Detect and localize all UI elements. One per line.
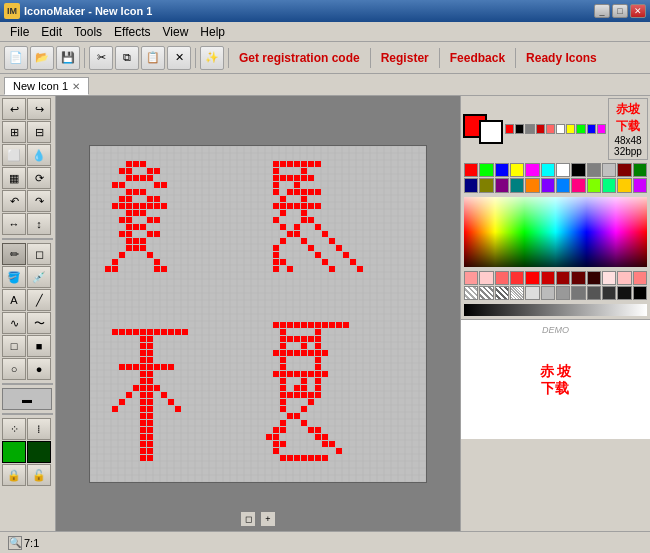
eyedrop-tool[interactable]: 💉 [27,266,51,288]
p-5[interactable] [541,163,555,177]
spline-tool[interactable]: 〜 [27,312,51,334]
zoom-out-button[interactable]: 🔍 [8,536,22,550]
curve-tool[interactable]: ∿ [2,312,26,334]
rotate2-button[interactable]: ↷ [27,190,51,212]
bs-stripe-1[interactable] [479,286,493,300]
p-8[interactable] [587,163,601,177]
p-9[interactable] [602,163,616,177]
open-button[interactable]: 📂 [30,46,54,70]
grid3-button[interactable]: ▦ [2,167,26,189]
color-gradient[interactable] [464,197,647,267]
copy-button[interactable]: ⧉ [115,46,139,70]
p-17[interactable] [541,178,555,192]
bw-gradient[interactable] [464,304,647,316]
line-tool[interactable]: ╱ [27,289,51,311]
bg-color-btn[interactable] [27,441,51,463]
bs-8[interactable] [587,271,601,285]
bs-19[interactable] [602,286,616,300]
swatch-black[interactable] [515,124,524,133]
p-14[interactable] [495,178,509,192]
flip-h-button[interactable]: ↔ [2,213,26,235]
tab-new-icon-1[interactable]: New Icon 1 ✕ [4,77,89,95]
p-20[interactable] [587,178,601,192]
p-18[interactable] [556,178,570,192]
bs-9[interactable] [602,271,616,285]
p-15[interactable] [510,178,524,192]
rect-tool[interactable]: □ [2,335,26,357]
swatch-lightred[interactable] [546,124,555,133]
dots-button[interactable]: ⁘ [2,418,26,440]
swatch-white[interactable] [556,124,565,133]
lock-button[interactable]: 🔒 [2,464,26,486]
tab-close-icon[interactable]: ✕ [72,81,80,92]
delete-button[interactable]: ✕ [167,46,191,70]
grid-view2-button[interactable]: ⊟ [27,121,51,143]
register-link[interactable]: Register [375,51,435,65]
menu-file[interactable]: File [4,23,35,41]
rotate-button[interactable]: ↶ [2,190,26,212]
p-22[interactable] [617,178,631,192]
ellipse-tool[interactable]: ○ [2,358,26,380]
bs-stripe-0[interactable] [464,286,478,300]
bs-stripe-3[interactable] [510,286,524,300]
p-1[interactable] [479,163,493,177]
transform-button[interactable]: ⟳ [27,167,51,189]
bs-16[interactable] [556,286,570,300]
p-19[interactable] [571,178,585,192]
close-button[interactable]: ✕ [630,4,646,18]
p-11[interactable] [633,163,647,177]
lock2-button[interactable]: 🔓 [27,464,51,486]
swatch-red[interactable] [505,124,514,133]
magic-button[interactable]: ✨ [200,46,224,70]
flip-v-button[interactable]: ↕ [27,213,51,235]
menu-help[interactable]: Help [194,23,231,41]
p-4[interactable] [525,163,539,177]
bs-14[interactable] [525,286,539,300]
p-13[interactable] [479,178,493,192]
box-button[interactable]: ⬜ [2,144,26,166]
minimize-button[interactable]: _ [594,4,610,18]
swatch-magenta[interactable] [597,124,606,133]
rect-fill-tool[interactable]: ■ [27,335,51,357]
swatch-darkred[interactable] [536,124,545,133]
p-12[interactable] [464,178,478,192]
menu-edit[interactable]: Edit [35,23,68,41]
new-button[interactable]: 📄 [4,46,28,70]
fg-color-btn[interactable] [2,441,26,463]
bs-15[interactable] [541,286,555,300]
bs-6[interactable] [556,271,570,285]
bs-21[interactable] [633,286,647,300]
bs-2[interactable] [495,271,509,285]
bs-20[interactable] [617,286,631,300]
eraser-tool[interactable]: ◻ [27,243,51,265]
p-6[interactable] [556,163,570,177]
size-slider[interactable]: ▬ [2,388,52,410]
grid-view-button[interactable]: ⊞ [2,121,26,143]
p-7[interactable] [571,163,585,177]
menu-view[interactable]: View [157,23,195,41]
pencil-tool[interactable]: ✏ [2,243,26,265]
save-button[interactable]: 💾 [56,46,80,70]
p-10[interactable] [617,163,631,177]
fill-tool[interactable]: 🪣 [2,266,26,288]
bs-18[interactable] [587,286,601,300]
bs-7[interactable] [571,271,585,285]
drawing-canvas[interactable] [89,145,427,483]
dots2-button[interactable]: ⁞ [27,418,51,440]
bs-0[interactable] [464,271,478,285]
ellipse-fill-tool[interactable]: ● [27,358,51,380]
p-16[interactable] [525,178,539,192]
p-23[interactable] [633,178,647,192]
paste-button[interactable]: 📋 [141,46,165,70]
redo-button[interactable]: ↪ [27,98,51,120]
droplet-button[interactable]: 💧 [27,144,51,166]
p-0[interactable] [464,163,478,177]
p-21[interactable] [602,178,616,192]
registration-link[interactable]: Get registration code [233,51,366,65]
bs-5[interactable] [541,271,555,285]
maximize-button[interactable]: □ [612,4,628,18]
bs-11[interactable] [633,271,647,285]
background-color[interactable] [479,120,503,144]
bs-stripe-2[interactable] [495,286,509,300]
undo-button[interactable]: ↩ [2,98,26,120]
